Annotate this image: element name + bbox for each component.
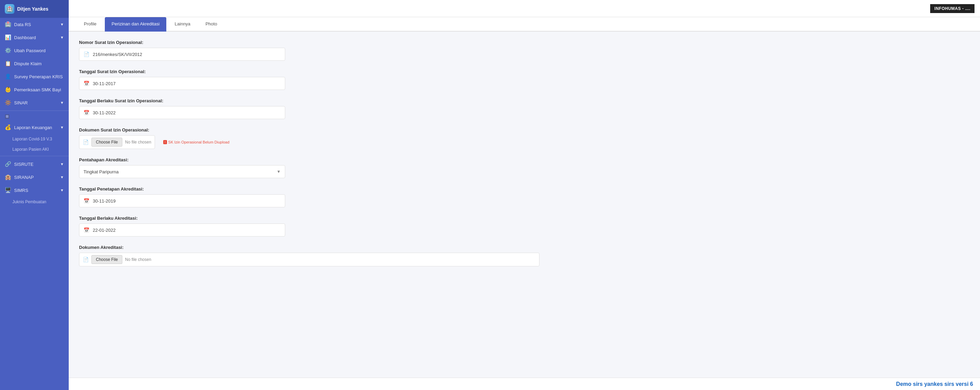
sidebar-item-ubah-password[interactable]: ⚙️ Ubah Password [0, 44, 69, 57]
sidebar-item-siranap[interactable]: 🏨 SIRANAP ▼ [0, 171, 69, 184]
main-area: INFOHUMAS - .... Profile Perizinan dan A… [69, 0, 980, 390]
sidebar-divider [0, 111, 69, 111]
calendar-icon: 📅 [83, 81, 89, 86]
section-dokumen-surat-izin: Dokumen Surat Izin Operasional: 📄 Choose… [79, 127, 539, 149]
chevron-down-icon: ▼ [60, 22, 64, 27]
sidebar-item-dashboard[interactable]: 📊 Dashboard ▼ [0, 31, 69, 44]
value-tanggal-berlaku-surat: 30-11-2022 [93, 110, 116, 115]
info-widget: INFOHUMAS - .... [930, 4, 975, 13]
data-rs-icon: 🏥 [5, 21, 11, 27]
sidebar-logo: 🏥 Ditjen Yankes [0, 0, 69, 18]
sidebar-item-simrs[interactable]: 🖥️ SIMRS ▼ [0, 184, 69, 197]
section-pentahapan-akreditasi: Pentahapan Akreditasi: Tingkat Paripurna… [79, 157, 539, 178]
tab-lainnya[interactable]: Lainnya [168, 17, 197, 32]
label-tanggal-berlaku-surat: Tanggal Berlaku Surat Izin Operasional: [79, 98, 539, 103]
siranap-icon: 🏨 [5, 174, 11, 180]
chevron-down-icon: ▼ [60, 162, 64, 166]
content-area: Profile Perizinan dan Akreditasi Lainnya… [69, 17, 980, 377]
sidebar-sub-label: Laporan Covid-19 V.3 [13, 136, 52, 141]
tab-profile[interactable]: Profile [77, 17, 103, 32]
calendar-icon-4: 📅 [83, 227, 89, 233]
laporan-icon: 💰 [5, 124, 11, 130]
sidebar-item-survey-kris[interactable]: 👤 Survey Penerapan KRIS [0, 70, 69, 83]
chevron-down-icon: ▼ [60, 35, 64, 40]
file-icon-surat: 📄 [83, 140, 89, 145]
select-pentahapan[interactable]: Tingkat Paripurna ▼ [79, 165, 285, 178]
sidebar-item-label: Laporan Keuangan [14, 125, 52, 130]
warning-icon: ! [163, 140, 167, 144]
choose-file-button-surat[interactable]: Choose File [91, 138, 123, 147]
sidebar-item-label: Dashboard [14, 35, 36, 40]
sidebar-item-pemeriksaan-smk[interactable]: 👶 Pemeriksaan SMK Bayi [0, 83, 69, 96]
input-nomor-surat-izin[interactable]: 📄 216/menkes/SK/VII/2012 [79, 48, 285, 61]
sidebar: 🏥 Ditjen Yankes 🏥 Data RS ▼ 📊 Dashboard … [0, 0, 69, 390]
tab-photo[interactable]: Photo [199, 17, 224, 32]
sidebar-item-sisrute[interactable]: 🔗 SISRUTE ▼ [0, 158, 69, 171]
chevron-down-icon: ▼ [60, 125, 64, 129]
simrs-icon: 🖥️ [5, 187, 11, 193]
value-tanggal-penetapan: 30-11-2019 [93, 198, 116, 204]
sidebar-sub-item-aki[interactable]: Laporan Pasien AKI [0, 144, 69, 154]
file-input-area-akreditasi: 📄 Choose File No file chosen [79, 253, 539, 266]
input-tanggal-surat-izin[interactable]: 📅 30-11-2017 [79, 77, 285, 90]
input-tanggal-penetapan[interactable]: 📅 30-11-2019 [79, 194, 285, 208]
sidebar-item-label: Pemeriksaan SMK Bayi [14, 87, 61, 92]
form-content: Nomor Surat Izin Operasional: 📄 216/menk… [69, 32, 550, 283]
choose-file-button-akreditasi[interactable]: Choose File [91, 255, 123, 264]
sidebar-sub-label: Laporan Pasien AKI [13, 147, 49, 152]
label-tanggal-penetapan: Tanggal Penetapan Akreditasi: [79, 186, 539, 192]
demo-text: Demo sirs yankes sirs versi 6 [896, 381, 973, 387]
smk-icon: 👶 [5, 87, 11, 93]
sidebar-sub-label: Juknis Pembuatan [13, 200, 46, 204]
settings-icon: ⚙️ [5, 48, 11, 54]
sidebar-item-laporan-keuangan[interactable]: 💰 Laporan Keuangan ▼ [0, 121, 69, 134]
input-tanggal-berlaku-akreditasi[interactable]: 📅 22-01-2022 [79, 224, 285, 236]
sidebar-item-label: SIRANAP [14, 175, 34, 180]
sidebar-item-label: Survey Penerapan KRIS [14, 74, 63, 79]
sidebar-sub-item-juknis[interactable]: Juknis Pembuatan [0, 197, 69, 207]
sidebar-sub-item-covid[interactable]: Laporan Covid-19 V.3 [0, 134, 69, 144]
calendar-icon-2: 📅 [83, 110, 89, 115]
label-dokumen-surat-izin: Dokumen Surat Izin Operasional: [79, 127, 539, 133]
topbar: INFOHUMAS - .... [69, 0, 980, 17]
sidebar-item-label: Ubah Password [14, 48, 46, 53]
tab-perizinan-akreditasi[interactable]: Perizinan dan Akreditasi [105, 17, 166, 32]
label-tanggal-surat-izin: Tanggal Surat Izin Operasional: [79, 69, 539, 74]
section-tanggal-penetapan: Tanggal Penetapan Akreditasi: 📅 30-11-20… [79, 186, 539, 208]
label-dokumen-akreditasi: Dokumen Akreditasi: [79, 245, 539, 250]
calendar-icon-3: 📅 [83, 198, 89, 204]
sidebar-item-label: Data RS [14, 22, 31, 27]
dashboard-icon: 📊 [5, 34, 11, 41]
sinar-icon: 🔆 [5, 100, 11, 106]
value-nomor-surat-izin: 216/menkes/SK/VII/2012 [93, 52, 142, 57]
section-tanggal-berlaku-akreditasi: Tanggal Berlaku Akreditasi: 📅 22-01-2022 [79, 216, 539, 236]
info-widget-text: INFOHUMAS - .... [934, 6, 970, 11]
chevron-down-icon: ▼ [60, 188, 64, 192]
app-name: Ditjen Yankes [17, 6, 48, 12]
logo-icon: 🏥 [5, 4, 14, 14]
dispute-icon: 📋 [5, 60, 11, 67]
sidebar-item-label: Dispute Klaim [14, 61, 41, 66]
sidebar-item-label: SINAR [14, 100, 28, 105]
label-pentahapan: Pentahapan Akreditasi: [79, 157, 539, 162]
section-nomor-surat-izin: Nomor Surat Izin Operasional: 📄 216/menk… [79, 40, 539, 61]
bottom-bar: Demo sirs yankes sirs versi 6 [69, 377, 980, 390]
value-tanggal-berlaku-akreditasi: 22-01-2022 [93, 228, 116, 233]
input-tanggal-berlaku-surat[interactable]: 📅 30-11-2022 [79, 106, 285, 119]
file-icon-akreditasi: 📄 [83, 257, 89, 262]
sisrute-icon: 🔗 [5, 161, 11, 167]
sidebar-item-label: SISRUTE [14, 162, 33, 167]
warning-text-surat: SK Izin Operasional Belum Diupload [169, 140, 229, 144]
sidebar-item-dispute-klaim[interactable]: 📋 Dispute Klaim [0, 57, 69, 70]
label-nomor-surat-izin: Nomor Surat Izin Operasional: [79, 40, 539, 45]
sidebar-item-data-rs[interactable]: 🏥 Data RS ▼ [0, 18, 69, 31]
sidebar-small-label: 🔲 [0, 112, 69, 121]
sidebar-item-sinar[interactable]: 🔆 SINAR ▼ [0, 96, 69, 109]
file-input-area-surat: 📄 Choose File No file chosen [79, 135, 155, 149]
sidebar-item-label: SIMRS [14, 188, 28, 193]
survey-icon: 👤 [5, 73, 11, 80]
no-file-text-surat: No file chosen [125, 140, 151, 144]
no-file-text-akreditasi: No file chosen [125, 257, 151, 262]
chevron-down-icon: ▼ [60, 101, 64, 105]
chevron-down-icon: ▼ [60, 175, 64, 179]
